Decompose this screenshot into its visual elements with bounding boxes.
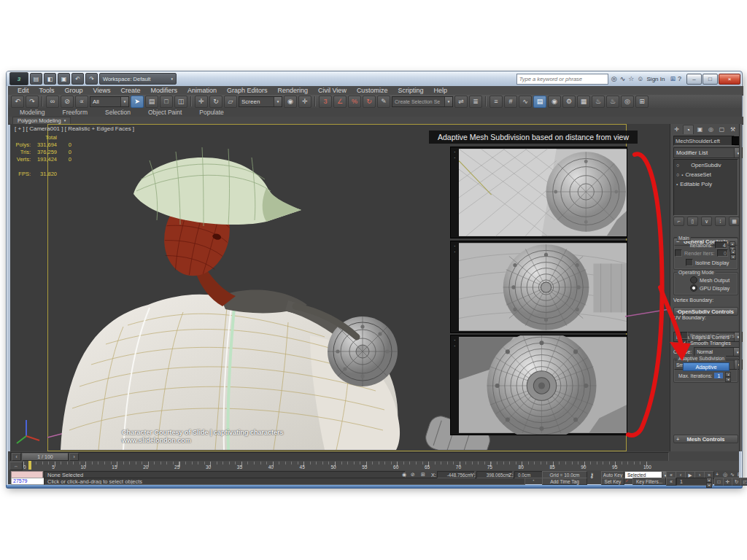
help-icon[interactable]: ?: [678, 76, 681, 82]
menu-item[interactable]: Rendering: [273, 87, 314, 94]
pin-stack-button[interactable]: ⌐: [673, 217, 684, 226]
frame-spinner[interactable]: ▴▾: [706, 478, 712, 485]
menu-item[interactable]: Modifiers: [145, 87, 182, 94]
remove-modifier-button[interactable]: ⁞: [715, 217, 726, 226]
maximize-viewport-nav-icon[interactable]: ◰: [740, 478, 747, 486]
open-file-button[interactable]: ◧: [44, 73, 56, 85]
selection-filter-dropdown[interactable]: All ▾: [90, 96, 129, 107]
tab-hierarchy-icon[interactable]: ▣: [695, 125, 705, 134]
tab-modify-icon[interactable]: ◔: [683, 125, 694, 134]
ribbon-tab[interactable]: Selection: [96, 108, 139, 117]
bind-spacewarp-icon[interactable]: ∝: [75, 96, 88, 108]
isolate-selection-icon[interactable]: ◉: [402, 472, 406, 477]
search-input[interactable]: [516, 74, 608, 85]
iterations-spinner[interactable]: ▴▾: [729, 241, 735, 249]
menu-item[interactable]: Customize: [352, 87, 393, 94]
track-bar[interactable]: ↔ 05101520253035404550556065707580859095…: [8, 461, 739, 471]
polygon-modeling-panel-button[interactable]: Polygon Modeling ▾: [12, 117, 71, 125]
key-filters-button[interactable]: Key Filters...: [632, 478, 666, 485]
redo-button[interactable]: ↷: [85, 73, 98, 85]
new-scene-button[interactable]: ▤: [30, 73, 42, 85]
time-slider-handle[interactable]: 1 / 100: [22, 453, 69, 461]
stack-item-opensubdiv[interactable]: ○ OpenSubdiv: [676, 162, 721, 168]
ribbon-toggle-icon[interactable]: #: [504, 96, 517, 108]
stack-item-creaseset[interactable]: ○ ▪ CreaseSet: [676, 171, 711, 178]
user-icon[interactable]: ☺: [637, 76, 643, 82]
close-button[interactable]: ×: [719, 74, 740, 85]
transform-typein-icon[interactable]: ⊞: [421, 472, 425, 477]
time-back-button[interactable]: ‹: [12, 453, 21, 461]
maximize-button[interactable]: □: [703, 74, 718, 85]
schematic-view-icon[interactable]: ▤: [533, 96, 546, 108]
ribbon-tab[interactable]: Modeling: [11, 108, 54, 117]
named-selection-set-dropdown[interactable]: Create Selection Se ▾: [392, 96, 453, 107]
rollout-mesh-controls[interactable]: + Mesh Controls: [673, 435, 738, 443]
set-key-filters-icon[interactable]: ✓: [625, 478, 629, 483]
render-iterative-icon[interactable]: ♨: [606, 96, 619, 108]
minimize-button[interactable]: –: [686, 74, 702, 85]
x-field[interactable]: -448.756cm: [437, 471, 475, 478]
stack-item-editable-poly[interactable]: ▪ Editable Poly: [676, 181, 712, 187]
undo-icon[interactable]: ↶: [11, 96, 24, 108]
configure-modifier-sets-button[interactable]: ▦: [729, 217, 740, 226]
rendered-frame-window-icon[interactable]: ▦: [577, 96, 590, 108]
curve-editor-icon[interactable]: ∿: [519, 96, 532, 108]
favorites-star-icon[interactable]: ☆: [628, 76, 634, 82]
gpu-display-radio[interactable]: [690, 284, 697, 292]
exchange-icon[interactable]: ⊞: [670, 76, 676, 82]
search-icon[interactable]: ◎: [611, 76, 617, 82]
maxscript-listener-white[interactable]: 27579: [11, 478, 44, 485]
max-iterations-value[interactable]: 1: [714, 373, 723, 378]
window-crossing-icon[interactable]: ◫: [174, 96, 187, 108]
layer-manager-icon[interactable]: ≡: [489, 96, 503, 108]
edit-named-selections-icon[interactable]: ✎: [377, 96, 390, 108]
percent-snap-icon[interactable]: %: [348, 96, 361, 108]
max-iterations-spinner[interactable]: ▴▾: [725, 372, 731, 379]
isoline-display-checkbox[interactable]: [686, 259, 693, 266]
community-icon[interactable]: ∿: [620, 76, 626, 82]
workspace-selector[interactable]: Workspace: Default ▾: [99, 73, 177, 85]
ribbon-tab[interactable]: Populate: [190, 108, 233, 117]
select-by-name-icon[interactable]: ▤: [145, 96, 158, 108]
bulb-icon[interactable]: ○: [676, 172, 679, 177]
render-setup-icon[interactable]: ⚙: [562, 96, 576, 108]
sign-in-link[interactable]: Sign In: [647, 76, 665, 82]
selection-lock-icon[interactable]: ⊘: [411, 472, 415, 477]
adaptive-button[interactable]: Adaptive: [683, 362, 729, 371]
mirror-icon[interactable]: ⇌: [454, 96, 468, 108]
menu-item[interactable]: Tools: [34, 87, 60, 94]
menu-item[interactable]: Civil View: [313, 87, 352, 94]
select-and-rotate-icon[interactable]: ↻: [209, 96, 222, 108]
make-unique-button[interactable]: ∨: [701, 217, 712, 226]
helper-icon[interactable]: +: [716, 472, 719, 477]
y-field[interactable]: 398.065cm: [476, 471, 513, 478]
select-object-icon[interactable]: ➤: [131, 96, 144, 108]
headset-icon[interactable]: ∿: [730, 472, 735, 477]
render-in-cloud-icon[interactable]: ◎: [621, 96, 634, 108]
unlink-icon[interactable]: ⊘: [61, 96, 74, 108]
menu-item[interactable]: Views: [88, 87, 116, 94]
bulb-icon[interactable]: ○: [676, 163, 679, 168]
camera-viewport[interactable]: [ + ] [ Camera001 ] [ Realistic + Edged …: [10, 124, 670, 451]
select-link-icon[interactable]: ∞: [46, 96, 59, 108]
object-name-field[interactable]: [673, 136, 735, 146]
menu-item[interactable]: Help: [428, 87, 452, 94]
redo-icon[interactable]: ↷: [26, 96, 39, 108]
open-autodesk-360-icon[interactable]: ⊞: [635, 96, 649, 108]
ribbon-tab[interactable]: Object Paint: [139, 108, 190, 117]
render-iters-spinner[interactable]: ▴▾: [730, 249, 736, 257]
add-time-tag[interactable]: Add Time Tag: [542, 478, 587, 485]
menu-item[interactable]: Group: [60, 87, 88, 94]
tab-motion-icon[interactable]: ◎: [706, 125, 716, 134]
modifier-list-dropdown[interactable]: Modifier List ▾: [673, 147, 743, 158]
mesh-output-radio[interactable]: [690, 276, 697, 284]
angle-snap-icon[interactable]: ∠: [333, 96, 347, 108]
menu-item[interactable]: Graph Editors: [222, 87, 273, 94]
grid-toggle-icon[interactable]: ⊞: [738, 472, 742, 477]
render-production-icon[interactable]: ♨: [592, 96, 605, 108]
iterations-value[interactable]: 4: [715, 241, 727, 249]
menu-item[interactable]: Animation: [182, 87, 222, 94]
tab-display-icon[interactable]: ▢: [717, 125, 727, 134]
ribbon-tab[interactable]: Freeform: [54, 108, 96, 117]
spinner-snap-icon[interactable]: ↻: [363, 96, 376, 108]
